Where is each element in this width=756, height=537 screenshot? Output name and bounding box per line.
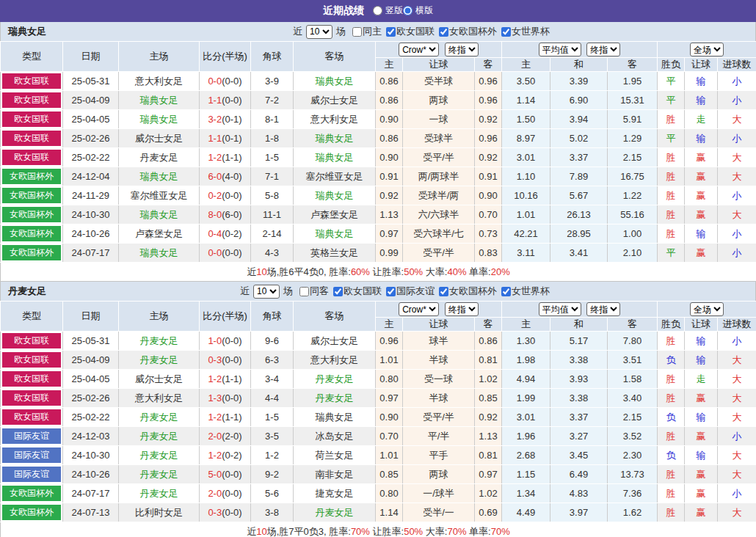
bookmaker-select[interactable]: Crow* (399, 43, 439, 56)
same-venue-checkbox-input[interactable] (352, 27, 362, 37)
layout-radio-vertical[interactable]: 竖版 (373, 4, 403, 17)
result-goals: 大 (718, 465, 756, 484)
home-team: 丹麦女足 (119, 427, 200, 446)
col-header-away: 客场 (294, 42, 376, 72)
avg-time-select[interactable]: 终指 (586, 43, 620, 56)
league-checkbox[interactable]: 女欧国杯外 (435, 25, 497, 38)
league-checkbox[interactable]: 女欧国杯外 (435, 285, 497, 298)
checkbox-label: 女世界杯 (512, 285, 550, 298)
league-checkbox-input[interactable] (386, 27, 396, 37)
subcol-result-handicap: 让球 (685, 58, 718, 72)
corner-score: 8-1 (251, 110, 294, 129)
same-venue-checkbox[interactable]: 同主 (348, 25, 382, 38)
recent-count-select[interactable]: 10 (306, 25, 332, 39)
away-team: 瑞典女足 (294, 224, 376, 244)
team-name: 丹麦女足 (8, 285, 46, 298)
league-checkbox-input[interactable] (501, 287, 511, 296)
recent-count-select[interactable]: 10 (253, 285, 280, 299)
match-date: 25-02-22 (63, 148, 119, 167)
result-outcome: 负 (658, 446, 685, 465)
avg-home-odds: 3.01 (502, 408, 550, 427)
col-header-away: 客场 (294, 302, 376, 332)
league-checkbox[interactable]: 欧女国联 (382, 25, 435, 38)
league-checkbox[interactable]: 女世界杯 (497, 285, 550, 298)
league-checkbox-input[interactable] (333, 287, 343, 296)
avg-away-odds: 1.29 (608, 129, 658, 148)
home-team: 威尔士女足 (119, 370, 200, 389)
avg-select[interactable]: 平均值 (539, 302, 581, 316)
league-checkbox[interactable]: 女世界杯 (497, 25, 550, 38)
corner-score: 5-6 (251, 484, 294, 503)
result-goals: 小 (718, 224, 756, 244)
scope-select[interactable]: 全场 (690, 302, 724, 316)
avg-home-odds: 2.68 (502, 446, 550, 465)
result-handicap: 输 (685, 72, 718, 91)
home-team: 丹麦女足 (119, 351, 200, 370)
corner-score: 1-8 (251, 129, 294, 148)
odds-away: 0.96 (475, 129, 502, 148)
subcol-avg-home: 主 (502, 318, 550, 332)
result-outcome: 平 (658, 72, 685, 91)
odds-away: 0.85 (475, 389, 502, 408)
odds-time-select[interactable]: 终指 (445, 43, 479, 56)
avg-time-select[interactable]: 终指 (586, 302, 620, 316)
handicap-line: 受六球半/七 (403, 224, 475, 244)
same-venue-checkbox-input[interactable] (299, 287, 309, 296)
avg-draw-odds: 3.27 (550, 427, 608, 446)
radio-label: 横版 (415, 4, 433, 17)
result-goals: 小 (718, 186, 756, 205)
league-checkbox-input[interactable] (386, 287, 396, 296)
league-checkbox[interactable]: 欧女国联 (329, 285, 382, 298)
odds-time-select[interactable]: 终指 (445, 302, 479, 316)
league-checkbox-input[interactable] (439, 27, 448, 37)
radio-input[interactable] (373, 6, 382, 15)
record-summary: 近10场,胜7平0负3, 胜率:70% 让胜率:50% 大率:70% 单率:70… (1, 522, 756, 537)
avg-home-odds: 10.16 (502, 186, 550, 205)
result-goals: 大 (718, 446, 756, 465)
home-team: 塞尔维亚女足 (119, 186, 200, 205)
type-badge: 女欧国杯外 (1, 244, 63, 263)
type-badge: 欧女国联 (1, 389, 63, 408)
avg-away-odds: 7.36 (608, 484, 658, 503)
odds-group-header: Crow* 终指 (376, 42, 502, 58)
summary-part: 场,胜7平0负3, 胜率: (267, 526, 351, 537)
score: 1-3(0-0) (200, 389, 251, 408)
odds-away: 0.81 (475, 351, 502, 370)
corner-score: 6-3 (251, 351, 294, 370)
scope-select[interactable]: 全场 (690, 43, 724, 56)
league-checkbox-input[interactable] (439, 287, 448, 296)
league-checkbox-input[interactable] (501, 27, 511, 37)
type-badge: 欧女国联 (1, 148, 63, 167)
odds-home: 1.14 (376, 503, 403, 522)
type-badge: 女欧国杯外 (1, 205, 63, 224)
bookmaker-select[interactable]: Crow* (399, 302, 439, 316)
radio-input[interactable] (403, 6, 412, 15)
handicap-line: 半球 (403, 389, 475, 408)
result-handicap: 赢 (685, 148, 718, 167)
avg-select[interactable]: 平均值 (539, 43, 581, 56)
subcol-odds-home: 主 (376, 58, 403, 72)
layout-radio-horizontal[interactable]: 横版 (403, 4, 433, 17)
away-team: 丹麦女足 (294, 503, 376, 522)
away-team: 威尔士女足 (294, 332, 376, 351)
avg-draw-odds: 6.49 (550, 465, 608, 484)
filter-label: 场 (283, 285, 293, 298)
odds-home: 0.90 (376, 148, 403, 167)
avg-draw-odds: 3.37 (550, 148, 608, 167)
league-checkbox[interactable]: 国际友谊 (382, 285, 435, 298)
summary-part: 70% (447, 526, 466, 537)
same-venue-checkbox[interactable]: 同客 (295, 285, 329, 298)
score: 6-0(4-0) (200, 167, 251, 186)
result-goals: 大 (718, 351, 756, 370)
checkbox-label: 女世界杯 (512, 25, 550, 38)
away-team: 捷克女足 (294, 484, 376, 503)
match-date: 24-12-03 (63, 427, 119, 446)
odds-home: 0.97 (376, 389, 403, 408)
match-row: 女欧国杯外24-11-29塞尔维亚女足0-2(0-0)5-8瑞典女足0.92受球… (1, 186, 756, 205)
avg-draw-odds: 5.17 (550, 332, 608, 351)
result-goals: 大 (718, 205, 756, 224)
away-team: 荷兰女足 (294, 446, 376, 465)
avg-away-odds: 7.80 (608, 332, 658, 351)
scope-group-header: 全场 (658, 42, 756, 58)
odds-away: 0.83 (475, 244, 502, 263)
